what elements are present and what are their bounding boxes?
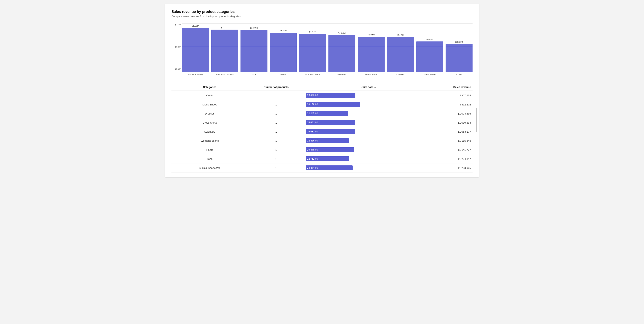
bar-value-6: $1.03M — [368, 34, 375, 36]
table-row: Tops1 22,751.00 $1,224,147 — [172, 154, 472, 164]
units-bar-label-7: 22,751.00 — [306, 157, 318, 160]
units-bar-label-8: 24,474.00 — [306, 166, 318, 169]
sort-arrow-icon: ▲ — [374, 86, 376, 88]
td-category-0: Coats — [172, 94, 248, 97]
units-bar-label-3: 25,691.00 — [306, 121, 318, 124]
bar-value-4: $1.12M — [309, 30, 316, 33]
bar-col-5: $1.06MSweaters — [328, 32, 356, 76]
table-row: Suits & Sportcoats1 24,474.00 $1,233,905 — [172, 164, 472, 172]
bar-value-1: $1.23M — [221, 26, 228, 29]
units-bar-bg-3: 25,691.00 — [306, 120, 362, 125]
bar-col-1: $1.23MSuits & Sportcoats — [211, 26, 238, 76]
units-bar-label-1: 28,188.00 — [306, 103, 318, 106]
bar-rect-0 — [182, 28, 209, 72]
units-bar-bg-6: 25,379.00 — [306, 147, 362, 152]
td-revenue-1: $892,202 — [432, 103, 472, 106]
units-bar-bg-7: 22,751.00 — [306, 156, 362, 161]
td-revenue-4: $1,063,177 — [432, 130, 472, 133]
bar-col-3: $1.14MPants — [270, 30, 297, 76]
td-products-0: 1 — [248, 94, 304, 97]
bar-value-2: $1.22M — [250, 27, 258, 29]
table-row: Womens Jeans1 22,456.00 $1,115,548 — [172, 136, 472, 145]
td-units-7: 22,751.00 — [304, 156, 432, 161]
table-body: Coats1 25,840.00 $807,655Mens Shoes1 28,… — [172, 91, 472, 172]
td-units-1: 28,188.00 — [304, 102, 432, 107]
table-header: Categories Number of products Units sold… — [172, 83, 472, 91]
td-category-3: Dress Shirts — [172, 121, 248, 124]
page-title: Sales revenue by product categories — [172, 10, 472, 14]
bar-col-7: $1.01MDresses — [387, 34, 414, 76]
units-bar-bg-5: 22,456.00 — [306, 138, 362, 143]
td-category-4: Sweaters — [172, 130, 248, 133]
table-row: Coats1 25,840.00 $807,655 — [172, 91, 472, 100]
th-revenue: Sales revenue — [432, 86, 472, 88]
td-revenue-0: $807,655 — [432, 94, 472, 97]
td-units-2: 22,245.00 — [304, 111, 432, 116]
page-subtitle: Compare sales revenue from the top ten p… — [172, 15, 472, 18]
table-row: Sweaters1 25,632.00 $1,063,177 — [172, 127, 472, 136]
td-revenue-2: $1,008,396 — [432, 112, 472, 115]
td-products-1: 1 — [248, 103, 304, 106]
bar-value-7: $1.01M — [397, 34, 404, 36]
bar-cat-label-6: Dress Shirts — [365, 73, 377, 76]
bar-col-8: $0.89MMens Shoes — [416, 38, 443, 76]
y-label-0m: $0.0M — [175, 68, 181, 70]
bar-cat-label-2: Tops — [252, 73, 256, 76]
bar-rect-3 — [270, 32, 297, 72]
td-category-7: Tops — [172, 157, 248, 160]
bar-value-9: $0.81M — [456, 41, 463, 43]
bar-cat-label-4: Womens Jeans — [305, 73, 320, 76]
scrollbar[interactable] — [476, 108, 477, 132]
main-card: Sales revenue by product categories Comp… — [165, 4, 479, 177]
bar-col-2: $1.22MTops — [240, 27, 268, 76]
y-label-05m: $0.5M — [175, 46, 181, 48]
bar-rect-1 — [211, 30, 238, 72]
td-category-6: Pants — [172, 148, 248, 151]
td-products-4: 1 — [248, 130, 304, 133]
bar-value-5: $1.06M — [338, 32, 346, 34]
units-bar-bg-8: 24,474.00 — [306, 166, 362, 170]
td-category-2: Dresses — [172, 112, 248, 115]
y-axis: $1.0M $0.5M $0.0M — [172, 23, 181, 70]
td-units-3: 25,691.00 — [304, 120, 432, 125]
bar-cat-label-7: Dresses — [396, 73, 404, 76]
bar-value-0: $1.28M — [192, 24, 199, 27]
units-bar-bg-0: 25,840.00 — [306, 93, 362, 98]
y-label-1m: $1.0M — [175, 23, 181, 26]
bar-value-3: $1.14M — [280, 30, 287, 32]
bar-col-6: $1.03MDress Shirts — [358, 34, 385, 76]
bar-col-4: $1.12MWomens Jeans — [299, 30, 326, 76]
units-bar-bg-2: 22,245.00 — [306, 111, 362, 116]
bar-cat-label-0: Womens Shoes — [188, 73, 203, 76]
units-bar-label-2: 22,245.00 — [306, 112, 318, 115]
td-units-8: 24,474.00 — [304, 166, 432, 170]
units-bar-label-0: 25,840.00 — [306, 94, 318, 97]
td-products-5: 1 — [248, 139, 304, 142]
bar-rect-8 — [416, 42, 443, 72]
bar-col-9: $0.81MCoats — [446, 41, 472, 76]
table-row: Mens Shoes1 28,188.00 $892,202 — [172, 100, 472, 109]
bar-cat-label-8: Mens Shoes — [424, 73, 436, 76]
bar-rect-2 — [240, 30, 268, 72]
bar-chart: $1.0M $0.5M $0.0M $1.28MWomens Shoes$1.2… — [172, 23, 472, 76]
bar-rect-4 — [299, 34, 326, 72]
bar-rect-5 — [328, 35, 356, 72]
th-units[interactable]: Units sold ▲ — [304, 86, 432, 88]
td-category-5: Womens Jeans — [172, 139, 248, 142]
units-bar-bg-4: 25,632.00 — [306, 129, 362, 134]
table-row: Dress Shirts1 25,691.00 $1,030,894 — [172, 118, 472, 127]
bar-cat-label-3: Pants — [280, 73, 286, 76]
table-row: Dresses1 22,245.00 $1,008,396 — [172, 109, 472, 118]
bar-rect-7 — [387, 37, 414, 72]
td-revenue-6: $1,141,737 — [432, 148, 472, 151]
bar-cat-label-5: Sweaters — [337, 73, 346, 76]
units-bar-bg-1: 28,188.00 — [306, 102, 362, 107]
td-revenue-7: $1,224,147 — [432, 157, 472, 160]
bar-col-0: $1.28MWomens Shoes — [182, 24, 209, 76]
data-table: Categories Number of products Units sold… — [172, 83, 472, 172]
th-products: Number of products — [248, 86, 304, 88]
td-units-0: 25,840.00 — [304, 93, 432, 98]
td-products-2: 1 — [248, 112, 304, 115]
bar-cat-label-9: Coats — [456, 73, 462, 76]
bar-rect-6 — [358, 37, 385, 72]
